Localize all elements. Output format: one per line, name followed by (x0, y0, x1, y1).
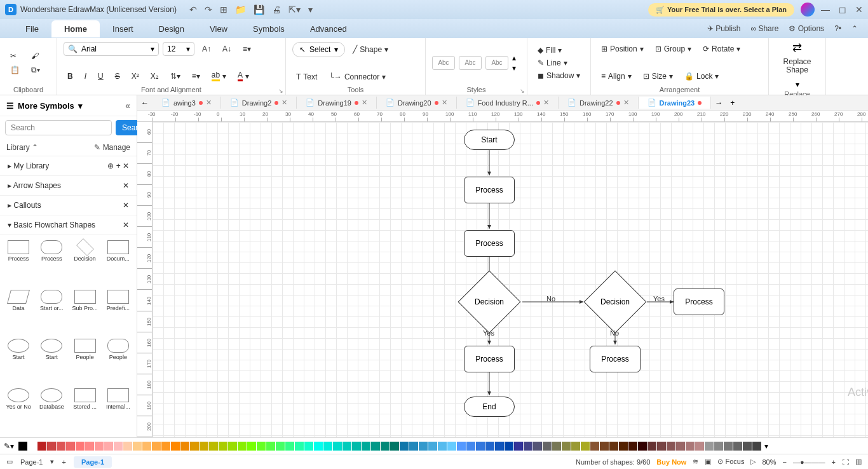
swatch[interactable] (57, 442, 65, 451)
doctab-Drawing2[interactable]: 📄Drawing2✕ (221, 97, 297, 109)
swatch[interactable] (180, 442, 189, 451)
swatch[interactable] (381, 442, 390, 451)
swatch[interactable] (257, 442, 266, 451)
tab-add-icon[interactable]: + (726, 99, 738, 107)
swatch[interactable] (438, 442, 447, 451)
menu-home[interactable]: Home (51, 20, 100, 37)
style-preset-1[interactable]: Abc (432, 56, 455, 70)
swatch[interactable] (457, 442, 466, 451)
doctab-Food Industry R...[interactable]: 📄Food Industry R...✕ (457, 97, 559, 109)
cat-mylibrary[interactable]: ▸ My Library ⊕ + ✕ (0, 156, 137, 176)
font-family-select[interactable]: 🔍 Arial ▾ (64, 42, 159, 56)
replace-icon[interactable]: ⇄ (792, 41, 802, 55)
swatch[interactable] (648, 442, 656, 451)
shape-yes or no[interactable]: Yes or No (3, 387, 34, 434)
swatch[interactable] (66, 442, 75, 451)
fc-process-right[interactable]: Process (674, 289, 724, 315)
swatch[interactable] (295, 442, 304, 451)
rotate-button[interactable]: ⟳Rotate▾ (699, 43, 744, 55)
avatar[interactable] (801, 3, 815, 17)
redo-icon[interactable]: ↷ (205, 4, 212, 15)
swatch[interactable] (333, 442, 342, 451)
swatch[interactable] (85, 442, 94, 451)
swatch[interactable] (524, 442, 532, 451)
swatch[interactable] (533, 442, 542, 451)
subscript-button[interactable]: X₂ (147, 70, 163, 83)
swatch[interactable] (104, 442, 113, 451)
swatch[interactable] (657, 442, 666, 451)
shape-decision[interactable]: Decision (69, 239, 101, 286)
swatch[interactable] (362, 442, 370, 451)
page-tab[interactable]: Page-1 (74, 456, 112, 468)
swatch[interactable] (209, 442, 218, 451)
swatch[interactable] (638, 442, 647, 451)
menu-design[interactable]: Design (146, 20, 197, 37)
group-button[interactable]: ⊡Group▾ (651, 43, 695, 55)
swatch[interactable] (476, 442, 485, 451)
menu-file[interactable]: File (13, 20, 51, 37)
swatch[interactable] (190, 442, 199, 451)
swatch[interactable] (752, 442, 761, 451)
doctab-Drawing20[interactable]: 📄Drawing20✕ (377, 97, 457, 109)
shape-start or...[interactable]: Start or... (36, 289, 67, 336)
swatch[interactable] (400, 442, 409, 451)
decrease-font-icon[interactable]: A↓ (219, 43, 235, 55)
export-icon[interactable]: ⇱▾ (288, 4, 301, 15)
page-indicator[interactable]: Page-1 (20, 458, 43, 466)
shape-people[interactable]: People (102, 337, 134, 384)
swatch[interactable] (285, 442, 294, 451)
shape-process[interactable]: Process (36, 239, 67, 286)
swatch[interactable] (409, 442, 418, 451)
swatch[interactable] (47, 442, 56, 451)
swatch[interactable] (390, 442, 399, 451)
expand-styles-icon[interactable]: ↘ (520, 88, 525, 94)
swatch[interactable] (419, 442, 428, 451)
search-input[interactable] (5, 120, 112, 135)
swatch[interactable] (95, 442, 104, 451)
swatch[interactable] (133, 442, 142, 451)
swatch[interactable] (266, 442, 275, 451)
focus-button[interactable]: ⊙ Focus (717, 458, 744, 466)
tab-prev-icon[interactable]: ← (137, 99, 153, 107)
connector-tool-button[interactable]: └→ Connector▾ (325, 71, 390, 83)
menu-insert[interactable]: Insert (100, 20, 146, 37)
presentation-icon[interactable]: ▣ (705, 458, 711, 466)
add-page-icon[interactable]: + (62, 458, 65, 466)
zoom-in-icon[interactable]: + (832, 458, 836, 466)
manage-button[interactable]: ✎ Manage (94, 143, 130, 152)
swatch[interactable] (485, 442, 494, 451)
paste-button[interactable]: 📋 (6, 64, 24, 76)
tab-next-icon[interactable]: → (711, 99, 726, 107)
swatch[interactable] (371, 442, 380, 451)
swatch[interactable] (743, 442, 752, 451)
fc-process-4[interactable]: Process (590, 346, 641, 372)
collapse-sidebar-icon[interactable]: « (125, 100, 130, 111)
cat-arrow[interactable]: ▸ Arrow Shapes✕ (0, 176, 137, 196)
palette-more-icon[interactable]: ▾ (764, 442, 768, 451)
shape-tool-button[interactable]: ╱ Shape▾ (349, 43, 392, 56)
swatch[interactable] (304, 442, 313, 451)
style-preset-3[interactable]: Abc (485, 56, 508, 70)
options-button[interactable]: ⚙ Options (789, 24, 824, 33)
swatch[interactable] (705, 442, 714, 451)
close-icon[interactable]: ✕ (855, 4, 863, 15)
fc-process-2[interactable]: Process (464, 230, 515, 257)
swatch[interactable] (724, 442, 733, 451)
menu-view[interactable]: View (197, 20, 240, 37)
swatch[interactable] (619, 442, 628, 451)
swatch[interactable] (686, 442, 695, 451)
expand-font-icon[interactable]: ↘ (278, 88, 283, 94)
swatch[interactable] (37, 442, 46, 451)
increase-font-icon[interactable]: A↑ (198, 43, 215, 55)
undo-icon[interactable]: ↶ (189, 4, 197, 15)
swatch[interactable] (514, 442, 523, 451)
highlight-button[interactable]: ab▾ (208, 69, 230, 83)
swatch[interactable] (314, 442, 323, 451)
swatch[interactable] (161, 442, 170, 451)
swatch[interactable] (609, 442, 618, 451)
swatch[interactable] (342, 442, 351, 451)
cat-basic-flowchart[interactable]: ▾ Basic Flowchart Shapes✕ (0, 215, 137, 235)
copy-button[interactable]: ⧉▾ (27, 64, 44, 76)
eyedropper-icon[interactable]: ✎▾ (4, 442, 14, 451)
zoom-out-icon[interactable]: − (782, 458, 786, 466)
